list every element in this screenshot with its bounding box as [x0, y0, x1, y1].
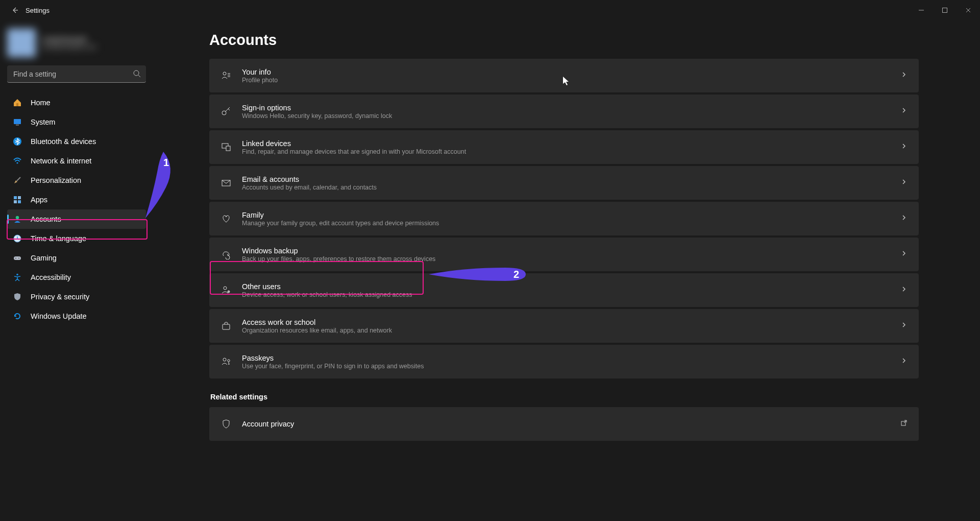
maximize-icon: [942, 7, 948, 13]
minimize-icon: [918, 7, 924, 13]
card-subtitle: Device access, work or school users, kio…: [242, 291, 412, 298]
nav-label: Apps: [31, 196, 47, 204]
card-work-school[interactable]: Access work or schoolOrganization resour…: [209, 309, 919, 343]
nav-time[interactable]: Time & language: [7, 229, 146, 248]
card-title: Your info: [242, 68, 278, 76]
nav-label: Time & language: [31, 234, 86, 243]
bluetooth-icon: [12, 136, 22, 147]
card-title: Sign-in options: [242, 104, 392, 112]
devices-icon: [220, 141, 232, 153]
card-title: Passkeys: [242, 354, 424, 362]
card-subtitle: Profile photo: [242, 77, 278, 84]
card-subtitle: Manage your family group, edit account t…: [242, 220, 439, 227]
card-email[interactable]: Email & accountsAccounts used by email, …: [209, 166, 919, 200]
nav-label: Personalization: [31, 176, 81, 184]
heart-icon: [220, 213, 232, 224]
person-icon: [12, 214, 22, 224]
nav-label: Network & internet: [31, 157, 91, 165]
card-subtitle: Windows Hello, security key, password, d…: [242, 112, 392, 120]
card-subtitle: Find, repair, and manage devices that ar…: [242, 148, 466, 155]
svg-rect-4: [16, 103, 18, 106]
nav-accounts[interactable]: Accounts: [7, 209, 146, 229]
svg-rect-10: [14, 196, 17, 199]
chevron-right-icon: [900, 107, 908, 116]
svg-point-20: [223, 72, 226, 75]
nav-system[interactable]: System: [7, 112, 146, 132]
nav-network[interactable]: Network & internet: [7, 151, 146, 171]
maximize-button[interactable]: [933, 2, 957, 18]
card-signin[interactable]: Sign-in optionsWindows Hello, security k…: [209, 94, 919, 128]
nav-label: Windows Update: [31, 312, 87, 320]
nav-label: Accessibility: [31, 273, 71, 281]
svg-rect-12: [14, 200, 17, 203]
sidebar: Local Account user@example.com Home Syst…: [0, 20, 153, 521]
card-passkeys[interactable]: PasskeysUse your face, fingerprint, or P…: [209, 345, 919, 378]
nav-apps[interactable]: Apps: [7, 190, 146, 209]
svg-point-31: [223, 358, 226, 361]
nav-label: System: [31, 118, 55, 126]
arrow-left-icon: [11, 6, 19, 14]
nav-privacy[interactable]: Privacy & security: [7, 287, 146, 306]
brush-icon: [12, 175, 22, 185]
card-linked[interactable]: Linked devicesFind, repair, and manage d…: [209, 130, 919, 164]
page-title: Accounts: [209, 32, 919, 49]
svg-point-18: [18, 258, 19, 259]
search-box[interactable]: [7, 65, 146, 83]
annotation-number-2: 2: [513, 269, 519, 280]
annotation-arrow-2: 2: [429, 264, 531, 285]
mail-icon: [220, 177, 232, 188]
nav-home[interactable]: Home: [7, 93, 146, 112]
update-icon: [12, 311, 22, 321]
card-other-users[interactable]: Other usersDevice access, work or school…: [209, 273, 919, 307]
privacy-shield-icon: [220, 418, 232, 430]
chevron-right-icon: [900, 357, 908, 366]
card-title: Linked devices: [242, 139, 466, 148]
home-icon: [12, 98, 22, 108]
wifi-icon: [12, 156, 22, 166]
annotation-arrow-1: 1: [143, 152, 184, 218]
key-icon: [220, 106, 232, 117]
avatar: [7, 29, 36, 57]
shield-icon: [12, 292, 22, 302]
card-title: Account privacy: [242, 420, 294, 428]
system-icon: [12, 117, 22, 127]
svg-rect-13: [18, 200, 21, 203]
chevron-right-icon: [900, 321, 908, 330]
users-icon: [220, 285, 232, 296]
nav-personalization[interactable]: Personalization: [7, 171, 146, 190]
chevron-right-icon: [900, 143, 908, 152]
back-button[interactable]: [7, 3, 22, 18]
card-family[interactable]: FamilyManage your family group, edit acc…: [209, 202, 919, 235]
card-title: Email & accounts: [242, 175, 377, 183]
nav-list: Home System Bluetooth & devices Network …: [7, 93, 146, 326]
search-icon: [133, 69, 141, 80]
svg-rect-30: [223, 324, 230, 329]
nav-accessibility[interactable]: Accessibility: [7, 268, 146, 287]
svg-point-28: [224, 287, 227, 290]
gamepad-icon: [12, 253, 22, 263]
card-account-privacy[interactable]: Account privacy: [209, 407, 919, 441]
nav-label: Home: [31, 99, 51, 107]
profile-block[interactable]: Local Account user@example.com: [7, 28, 146, 58]
svg-point-2: [134, 70, 139, 76]
nav-bluetooth[interactable]: Bluetooth & devices: [7, 132, 146, 151]
svg-rect-26: [226, 146, 230, 151]
section-related: Related settings: [210, 393, 919, 401]
card-your-info[interactable]: Your infoProfile photo: [209, 59, 919, 92]
close-button[interactable]: [957, 2, 980, 18]
nav-gaming[interactable]: Gaming: [7, 248, 146, 268]
card-subtitle: Accounts used by email, calendar, and co…: [242, 184, 377, 191]
person-card-icon: [220, 70, 232, 81]
window-title: Settings: [26, 7, 50, 14]
minimize-button[interactable]: [910, 2, 933, 18]
chevron-right-icon: [900, 178, 908, 187]
nav-label: Accounts: [31, 215, 61, 223]
svg-rect-16: [14, 256, 21, 260]
svg-line-3: [138, 75, 140, 77]
nav-label: Bluetooth & devices: [31, 137, 96, 146]
search-input[interactable]: [7, 65, 146, 83]
open-external-icon: [900, 419, 908, 429]
nav-update[interactable]: Windows Update: [7, 306, 146, 326]
clock-icon: [12, 233, 22, 244]
card-backup[interactable]: Windows backupBack up your files, apps, …: [209, 238, 919, 271]
